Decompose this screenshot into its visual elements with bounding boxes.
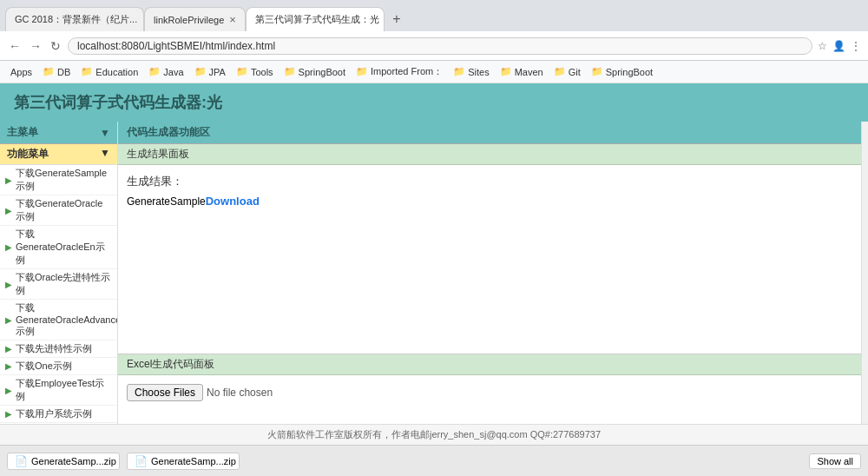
bookmark-maven[interactable]: Maven <box>496 65 547 78</box>
content-header: 代码生成器功能区 <box>118 122 861 144</box>
taskbar-item-1[interactable]: 📄 GenerateSamp...zip ⌃ <box>127 453 240 470</box>
browser-chrome: GC 2018：背景新件（纪片... × linkRolePrivilege ×… <box>0 0 868 83</box>
zip-icon: 📄 <box>135 455 148 467</box>
download-icon: ▶ <box>5 175 12 185</box>
tab-label: GC 2018：背景新件（纪片... <box>15 13 137 26</box>
sidebar-item-3[interactable]: ▶下载Oracle先进特性示例 <box>0 269 117 300</box>
tab-bar: GC 2018：背景新件（纪片... × linkRolePrivilege ×… <box>0 0 868 31</box>
download-icon: ▶ <box>5 409 12 419</box>
bookmark-sites[interactable]: Sites <box>450 65 492 78</box>
download-icon: ▶ <box>5 344 12 354</box>
excel-panel: Excel生成代码面板 Choose Files No file chosen <box>118 354 861 424</box>
taskbar-item-label-1: GenerateSamp...zip <box>151 456 236 466</box>
refresh-button[interactable]: ↻ <box>49 37 62 55</box>
no-file-text: No file chosen <box>207 387 273 399</box>
result-label: 生成结果： <box>127 174 852 189</box>
file-input-area: Choose Files No file chosen <box>127 384 852 401</box>
bookmark-git[interactable]: Git <box>550 65 584 78</box>
forward-button[interactable]: → <box>28 37 43 55</box>
new-tab-button[interactable]: + <box>385 7 409 31</box>
result-panel: 生成结果面板 生成结果： GenerateSampleDownload <box>118 144 861 354</box>
download-icon: ▶ <box>5 315 12 325</box>
bookmark-tools[interactable]: Tools <box>233 65 277 78</box>
scrollbar[interactable] <box>861 122 868 424</box>
tab-link-role[interactable]: linkRolePrivilege × <box>144 7 246 31</box>
choose-files-button[interactable]: Choose Files <box>127 384 203 401</box>
taskbar: 📄 GenerateSamp...zip ⌃ 📄 GenerateSamp...… <box>0 445 868 476</box>
address-input[interactable] <box>68 37 812 55</box>
sidebar-item-6[interactable]: ▶下载One示例 <box>0 358 117 375</box>
bookmark-springboot1[interactable]: SpringBoot <box>280 65 349 78</box>
page-header: 第三代词算子式代码生成器:光 <box>0 83 868 122</box>
bookmark-imported[interactable]: Imported From： <box>352 64 446 79</box>
content-area: 代码生成器功能区 生成结果面板 生成结果： GenerateSampleDown… <box>118 122 861 424</box>
bookmark-education[interactable]: Education <box>77 65 141 78</box>
sidebar-section-collapse-icon[interactable]: ▼ <box>100 147 110 162</box>
bookmark-springboot2[interactable]: SpringBoot <box>588 65 656 78</box>
download-icon: ▶ <box>5 280 12 289</box>
zip-icon: 📄 <box>15 455 28 467</box>
sidebar-item-2[interactable]: ▶下载GenerateOracleEn示例 <box>0 226 117 269</box>
address-bar-icons: ☆ 👤 ⋮ <box>818 40 861 52</box>
result-prefix: GenerateSample <box>127 195 206 208</box>
sidebar: 主菜单 ▼ 功能菜单 ▼ ▶下载GenerateSample示例 ▶下载Gene… <box>0 122 118 424</box>
tab-gc2018[interactable]: GC 2018：背景新件（纪片... × <box>5 7 144 31</box>
sidebar-main-label: 主菜单 <box>7 125 38 140</box>
sidebar-item-1[interactable]: ▶下载GenerateOracle示例 <box>0 195 117 226</box>
download-link[interactable]: Download <box>206 195 260 208</box>
excel-panel-content: Choose Files No file chosen <box>118 375 861 424</box>
sidebar-item-8[interactable]: ▶下载用户系统示例 <box>0 406 117 423</box>
result-panel-header: 生成结果面板 <box>118 144 861 165</box>
sidebar-main-header: 主菜单 ▼ <box>0 122 117 144</box>
main-layout: 主菜单 ▼ 功能菜单 ▼ ▶下载GenerateSample示例 ▶下载Gene… <box>0 122 868 424</box>
download-icon: ▶ <box>5 206 12 215</box>
download-icon: ▶ <box>5 386 12 395</box>
download-icon: ▶ <box>5 242 12 252</box>
show-all-button[interactable]: Show all <box>809 453 861 469</box>
bookmark-java[interactable]: Java <box>145 65 187 78</box>
sidebar-item-7[interactable]: ▶下载EmployeeTest示例 <box>0 375 117 406</box>
sidebar-item-0[interactable]: ▶下载GenerateSample示例 <box>0 165 117 195</box>
bookmark-jpa[interactable]: JPA <box>191 65 229 78</box>
user-icon[interactable]: 👤 <box>832 40 845 52</box>
sidebar-collapse-icon[interactable]: ▼ <box>100 127 110 139</box>
sidebar-item-4[interactable]: ▶下载GenerateOracleAdvancedEn示例 <box>0 300 117 340</box>
sidebar-item-5[interactable]: ▶下载先进特性示例 <box>0 340 117 358</box>
tab-active[interactable]: 第三代词算子式代码生成：光 × <box>246 7 385 31</box>
taskbar-item-label-0: GenerateSamp...zip <box>31 456 116 466</box>
sidebar-section-label: 功能菜单 <box>7 147 49 162</box>
download-icon: ▶ <box>5 361 12 371</box>
bookmarks-bar: Apps DB Education Java JPA Tools SpringB… <box>0 61 868 83</box>
taskbar-item-0[interactable]: 📄 GenerateSamp...zip ⌃ <box>7 453 120 470</box>
address-bar: ← → ↻ ☆ 👤 ⋮ <box>0 31 868 61</box>
excel-panel-header: Excel生成代码面板 <box>118 354 861 375</box>
bookmark-db[interactable]: DB <box>39 65 74 78</box>
sidebar-items: ▶下载GenerateSample示例 ▶下载GenerateOracle示例 … <box>0 165 117 424</box>
result-link-area: GenerateSampleDownload <box>127 195 852 208</box>
sidebar-section-header: 功能菜单 ▼ <box>0 144 117 165</box>
tab-label: linkRolePrivilege <box>154 15 224 25</box>
bookmark-apps[interactable]: Apps <box>7 66 36 78</box>
menu-icon[interactable]: ⋮ <box>851 40 861 52</box>
footer: 火箭船软件工作室版权所有，作者电邮jerry_shen_sj@qq.com QQ… <box>0 424 868 445</box>
star-icon[interactable]: ☆ <box>818 40 827 52</box>
tab-close-icon[interactable]: × <box>229 13 236 26</box>
tab-label: 第三代词算子式代码生成：光 <box>255 13 379 26</box>
result-panel-content: 生成结果： GenerateSampleDownload <box>118 165 861 354</box>
back-button[interactable]: ← <box>7 37 23 55</box>
